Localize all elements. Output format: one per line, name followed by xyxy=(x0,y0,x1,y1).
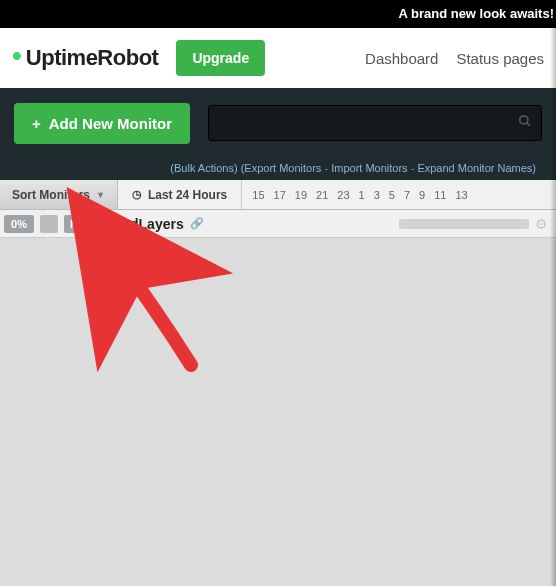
status-chip xyxy=(40,215,58,233)
sort-label: Sort Monitors xyxy=(12,188,90,202)
bulk-actions-link[interactable]: (Bulk Actions) xyxy=(170,162,237,174)
promo-banner: A brand new look awaits! xyxy=(0,0,556,28)
hour-tick: 13 xyxy=(455,189,467,201)
add-monitor-button[interactable]: + Add New Monitor xyxy=(14,103,190,144)
hour-tick: 3 xyxy=(374,189,380,201)
hour-tick: 1 xyxy=(359,189,365,201)
hour-tick: 7 xyxy=(404,189,410,201)
plus-icon: + xyxy=(32,115,41,132)
last24-label: Last 24 Hours xyxy=(148,188,227,202)
content-canvas xyxy=(0,238,556,586)
bulk-links-row: (Bulk Actions) (Export Monitors - Import… xyxy=(0,158,556,180)
expand-names-link[interactable]: Expand Monitor Names) xyxy=(417,162,536,174)
uptime-bar xyxy=(399,219,529,229)
nav-status-pages[interactable]: Status pages xyxy=(456,50,544,67)
promo-text: A brand new look awaits! xyxy=(398,6,554,21)
svg-line-1 xyxy=(527,123,530,126)
search-wrap xyxy=(208,105,542,141)
uptime-pct-chip: 0% xyxy=(4,215,34,233)
export-monitors-link[interactable]: (Export Monitors xyxy=(241,162,322,174)
hour-tick: 15 xyxy=(252,189,264,201)
logo-text: UptimeRobot xyxy=(26,45,159,71)
search-input[interactable] xyxy=(208,105,542,141)
hour-tick: 19 xyxy=(295,189,307,201)
hours-scale: 15 17 19 21 23 1 3 5 7 9 11 13 xyxy=(242,180,556,209)
hour-tick: 5 xyxy=(389,189,395,201)
svg-point-0 xyxy=(520,116,528,124)
import-monitors-link[interactable]: Import Monitors xyxy=(331,162,407,174)
hour-tick: 21 xyxy=(316,189,328,201)
chevron-down-icon: ▼ xyxy=(96,190,105,200)
sort-monitors-dropdown[interactable]: Sort Monitors ▼ xyxy=(0,180,118,209)
clock-icon: ◷ xyxy=(132,188,142,201)
monitor-name: QuadLayers xyxy=(103,216,184,232)
hour-tick: 23 xyxy=(337,189,349,201)
monitor-type-chip: http xyxy=(64,215,97,233)
link-icon[interactable]: 🔗 xyxy=(190,217,204,230)
top-nav: • UptimeRobot Upgrade Dashboard Status p… xyxy=(0,28,556,88)
logo[interactable]: • UptimeRobot xyxy=(12,45,158,71)
last-24-hours: ◷ Last 24 Hours xyxy=(118,180,242,209)
upgrade-button[interactable]: Upgrade xyxy=(176,40,265,76)
add-monitor-label: Add New Monitor xyxy=(49,115,172,132)
nav-dashboard[interactable]: Dashboard xyxy=(365,50,438,67)
hour-tick: 11 xyxy=(434,189,446,201)
hour-tick: 17 xyxy=(274,189,286,201)
toolbar: Sort Monitors ▼ ◷ Last 24 Hours 15 17 19… xyxy=(0,180,556,210)
monitor-row[interactable]: 0% http QuadLayers 🔗 ⚙ xyxy=(0,210,556,238)
action-bar: + Add New Monitor xyxy=(0,88,556,158)
hour-tick: 9 xyxy=(419,189,425,201)
search-icon[interactable] xyxy=(518,114,532,132)
gear-icon[interactable]: ⚙ xyxy=(535,216,548,232)
